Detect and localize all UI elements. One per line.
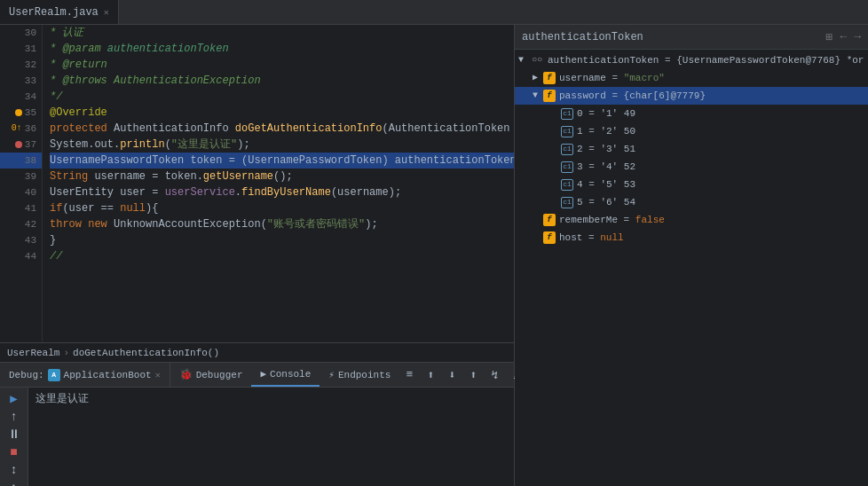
p0-label: 0 = '1' 49 xyxy=(577,105,635,122)
tab-endpoints[interactable]: ⚡ Endpoints xyxy=(320,363,399,387)
p3-label: 3 = '4' 52 xyxy=(577,158,635,176)
f-icon-host: f xyxy=(543,231,556,244)
console-tab-label: Console xyxy=(270,369,311,380)
line-num-39: 39 xyxy=(0,169,42,184)
line-num-36: 0↑ 36 xyxy=(0,121,42,137)
tab-userrealm[interactable]: UserRealm.java ✕ xyxy=(0,0,119,24)
tab-close-icon[interactable]: ✕ xyxy=(104,7,109,18)
step-over-btn[interactable]: ↑ xyxy=(3,410,26,424)
f-icon-password: f xyxy=(543,90,556,102)
variables-toolbar: ⊞ ← → xyxy=(826,30,861,44)
app-label: ApplicationBoot xyxy=(64,370,152,380)
code-line-35: @Override xyxy=(50,105,514,121)
line-num-41: 41 xyxy=(0,200,42,216)
breadcrumb-separator: › xyxy=(63,348,69,358)
f-icon-username: f xyxy=(543,72,556,84)
debugger-tab-label: Debugger xyxy=(196,370,243,380)
code-line-38: UsernamePasswordToken token = (UsernameP… xyxy=(50,153,514,169)
tree-item-username[interactable]: ▶ f username = "macro" xyxy=(515,69,868,87)
tab-debugger[interactable]: 🐞 Debugger xyxy=(170,363,252,387)
code-line-39: String username = token.getUsername(); xyxy=(50,169,514,184)
line-num-35: 35 xyxy=(0,105,42,121)
ch-icon-p4: c1 xyxy=(561,179,573,191)
tab-console[interactable]: ▶ Console xyxy=(251,363,320,387)
play-btn[interactable]: ▶ xyxy=(3,391,26,406)
debug-left-sidebar: ▶ ↑ ⏸ ■ ↕ ⬇ ⬆ xyxy=(0,388,28,486)
toggle-btn[interactable]: ↕ xyxy=(3,463,26,477)
tree-item-p3[interactable]: c1 3 = '4' 52 xyxy=(515,158,868,176)
arrow-expand-password: ▼ xyxy=(533,87,543,105)
line-num-31: 31 xyxy=(0,41,42,57)
code-line-37: System.out.println("这里是认证"); xyxy=(50,137,514,153)
breadcrumb-userrealm[interactable]: UserRealm xyxy=(7,348,59,358)
code-line-30: * 认证 xyxy=(50,25,514,41)
warning-icon xyxy=(15,109,22,116)
f-icon-rememberme: f xyxy=(543,214,556,226)
tree-item-rememberme[interactable]: f rememberMe = false xyxy=(515,211,868,229)
username-label: username = "macro" xyxy=(559,69,665,87)
app-tab[interactable]: A ApplicationBoot ✕ xyxy=(48,369,161,381)
line-num-30: 30 xyxy=(0,25,42,41)
rememberme-label: rememberMe = false xyxy=(559,211,665,229)
arrow-expand-username: ▶ xyxy=(533,69,543,87)
stop-btn[interactable]: ■ xyxy=(3,445,26,459)
tree-item-p5[interactable]: c1 5 = '6' 54 xyxy=(515,193,868,211)
oo-icon-root: ○○ xyxy=(529,54,545,67)
tab-label: UserRealm.java xyxy=(9,6,99,19)
var-icon-1[interactable]: ⊞ xyxy=(826,30,833,44)
toolbar-btn-3[interactable]: ⬇ xyxy=(442,365,462,385)
tab-bar: UserRealm.java ✕ xyxy=(0,0,868,25)
arrow-expand-root: ▼ xyxy=(518,51,529,69)
toolbar-btn-4[interactable]: ⬆ xyxy=(463,365,483,385)
endpoints-tab-label: Endpoints xyxy=(338,370,391,380)
var-back-icon[interactable]: ← xyxy=(840,30,847,43)
code-line-33: * @throws AuthenticationException xyxy=(50,73,514,89)
code-line-43: } xyxy=(50,232,514,248)
tree-item-p4[interactable]: c1 4 = '5' 53 xyxy=(515,176,868,193)
tree-item-p2[interactable]: c1 2 = '3' 51 xyxy=(515,140,868,158)
variables-tree: ▼ ○○ authenticationToken = {UsernamePass… xyxy=(515,50,868,486)
tree-item-root[interactable]: ▼ ○○ authenticationToken = {UsernamePass… xyxy=(515,51,868,69)
var-forward-icon[interactable]: → xyxy=(854,30,861,43)
app-close-icon[interactable]: ✕ xyxy=(155,370,161,380)
host-label: host = null xyxy=(559,229,624,247)
line-num-34: 34 xyxy=(0,89,42,105)
line-num-44: 44 xyxy=(0,248,42,264)
debug-label-text: Debug: xyxy=(9,370,44,380)
tree-item-password[interactable]: ▼ f password = {char[6]@7779} xyxy=(515,87,868,105)
debug-label-area: Debug: A ApplicationBoot ✕ xyxy=(0,363,170,387)
line-num-33: 33 xyxy=(0,73,42,89)
debug-section: Debug: A ApplicationBoot ✕ 🐞 Debugger ▶ xyxy=(0,362,514,486)
ch-icon-p0: c1 xyxy=(561,108,573,120)
toolbar-btn-2[interactable]: ⬆ xyxy=(421,365,440,385)
line-num-40: 40 xyxy=(0,184,42,200)
line-num-42: 42 xyxy=(0,216,42,232)
toolbar-btn-5[interactable]: ↯ xyxy=(485,365,504,385)
line-num-32: 32 xyxy=(0,57,42,73)
code-line-40: UserEntity user = userService.findByUser… xyxy=(50,184,514,200)
line-num-37: 37 xyxy=(0,137,42,153)
download-btn[interactable]: ⬇ xyxy=(3,481,26,486)
code-editor: 30 31 32 33 34 35 0↑ 36 xyxy=(0,25,514,342)
line-numbers: 30 31 32 33 34 35 0↑ 36 xyxy=(0,25,43,342)
toolbar-btn-1[interactable]: ≡ xyxy=(399,365,419,385)
code-line-42: throw new UnknownAccountException("账号或者密… xyxy=(50,216,514,232)
tree-item-host[interactable]: f host = null xyxy=(515,229,868,247)
line-num-43: 43 xyxy=(0,232,42,248)
ch-icon-p1: c1 xyxy=(561,126,573,137)
p2-label: 2 = '3' 51 xyxy=(577,140,635,158)
variables-header: authenticationToken ⊞ ← → xyxy=(515,25,868,50)
tree-item-p1[interactable]: c1 1 = '2' 50 xyxy=(515,122,868,140)
console-output-line: 这里是认证 xyxy=(36,391,507,407)
code-content: * 认证 * @param authenticationToken * @ret… xyxy=(43,25,514,342)
variables-title: authenticationToken xyxy=(522,31,643,43)
ch-icon-p3: c1 xyxy=(561,161,573,173)
code-line-36: protected AuthenticationInfo doGetAuthen… xyxy=(50,121,514,137)
password-label: password = {char[6]@7779} xyxy=(559,87,706,105)
tree-item-p0[interactable]: c1 0 = '1' 49 xyxy=(515,105,868,122)
ch-icon-p2: c1 xyxy=(561,144,573,155)
p5-label: 5 = '6' 54 xyxy=(577,193,635,211)
root-label: authenticationToken = {UsernamePasswordT… xyxy=(548,51,864,69)
pause-btn[interactable]: ⏸ xyxy=(3,427,26,442)
breadcrumb-method[interactable]: doGetAuthenticationInfo() xyxy=(73,348,219,358)
